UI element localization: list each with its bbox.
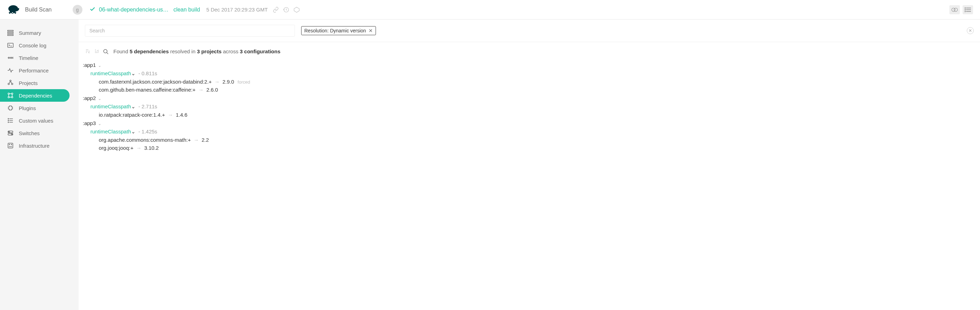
- search-icon[interactable]: [103, 49, 108, 54]
- svg-line-24: [10, 81, 12, 83]
- dependency-row[interactable]: com.fasterxml.jackson.core:jackson-datab…: [99, 78, 976, 86]
- svg-rect-13: [8, 43, 13, 47]
- build-tasks[interactable]: clean build: [173, 6, 200, 13]
- summary-icon: [7, 29, 14, 36]
- svg-point-20: [10, 80, 11, 81]
- arrow-icon: →: [168, 112, 173, 118]
- search-bar: Resolution: Dynamic version✕ ✕: [79, 19, 980, 42]
- svg-marker-1: [294, 7, 299, 12]
- sort-asc-icon[interactable]: [94, 49, 99, 54]
- dependencies-icon: [7, 92, 14, 99]
- header: Build Scan g 06-what-dependencies-us… cl…: [0, 0, 980, 19]
- filter-remove-icon[interactable]: ✕: [369, 28, 373, 34]
- svg-point-40: [9, 131, 10, 133]
- nav-label: Projects: [19, 80, 38, 86]
- history-icon[interactable]: [283, 6, 290, 13]
- nav-label: Console log: [19, 43, 46, 48]
- brand-title: Build Scan: [25, 6, 52, 13]
- svg-point-21: [8, 83, 10, 85]
- arrow-icon: →: [136, 145, 142, 151]
- config-time: - 0.811s: [138, 70, 157, 76]
- search-input[interactable]: [85, 25, 295, 37]
- project-row[interactable]: :app2⌄: [83, 94, 976, 102]
- success-check-icon: [89, 6, 95, 13]
- dep-resolved: 2.2: [202, 137, 209, 143]
- sidebar-item-switches[interactable]: Switches: [0, 127, 79, 139]
- config-name: runtimeClasspath: [91, 70, 131, 76]
- console-icon: [7, 42, 14, 49]
- sidebar-item-infra[interactable]: Infrastructure: [0, 139, 79, 152]
- project-row[interactable]: :app3⌄: [83, 119, 976, 128]
- svg-point-33: [8, 118, 9, 119]
- main-content: Resolution: Dynamic version✕ ✕ Found 5 d…: [79, 19, 980, 310]
- svg-rect-12: [8, 35, 13, 35]
- config-time: - 1.425s: [138, 128, 157, 134]
- svg-point-25: [8, 93, 10, 94]
- compare-button[interactable]: [950, 5, 960, 14]
- svg-point-0: [8, 5, 18, 12]
- dep-resolved: 2.9.0: [223, 79, 234, 85]
- dependency-row[interactable]: com.github.ben-manes.caffeine:caffeine:+…: [99, 86, 976, 94]
- svg-rect-43: [8, 143, 13, 148]
- filter-chip-resolution[interactable]: Resolution: Dynamic version✕: [301, 26, 376, 35]
- svg-line-54: [107, 53, 108, 54]
- project-row[interactable]: :app1⌄: [83, 61, 976, 69]
- sidebar-item-custom[interactable]: Custom values: [0, 114, 79, 127]
- sidebar: Summary Console log Timeline Performance…: [0, 19, 79, 310]
- nav-label: Performance: [19, 67, 49, 74]
- dep-requested: org.apache.commons:commons-math:+: [99, 137, 191, 143]
- dep-requested: com.github.ben-manes.caffeine:caffeine:+: [99, 87, 196, 93]
- svg-point-28: [11, 96, 13, 98]
- plugins-icon: [7, 104, 14, 112]
- arrow-icon: →: [215, 79, 220, 85]
- sidebar-item-plugins[interactable]: Plugins: [0, 102, 79, 114]
- svg-point-27: [8, 96, 10, 98]
- clear-filters-button[interactable]: ✕: [967, 27, 974, 34]
- nav-label: Switches: [19, 130, 40, 136]
- sidebar-item-summary[interactable]: Summary: [0, 27, 79, 39]
- projects-icon: [7, 80, 14, 86]
- nav-label: Summary: [19, 30, 41, 36]
- sidebar-item-projects[interactable]: Projects: [0, 77, 79, 89]
- configuration-row[interactable]: runtimeClasspath⌄ - 1.425s: [91, 128, 976, 136]
- infrastructure-icon: [7, 142, 14, 149]
- project-name[interactable]: 06-what-dependencies-us…: [99, 6, 169, 13]
- results-toolbar: Found 5 dependencies resolved in 3 proje…: [79, 42, 980, 58]
- chevron-down-icon[interactable]: ⌄: [98, 121, 101, 126]
- sort-desc-icon[interactable]: [85, 49, 91, 54]
- chevron-down-icon[interactable]: ⌄: [131, 104, 136, 109]
- dependency-row[interactable]: io.ratpack:ratpack-core:1.4.+→1.4.6: [99, 111, 976, 119]
- performance-icon: [7, 67, 14, 74]
- configuration-row[interactable]: runtimeClasspath⌄ - 0.811s: [91, 69, 976, 78]
- dep-resolved: 3.10.2: [144, 145, 159, 151]
- user-avatar[interactable]: g: [73, 5, 83, 14]
- nav-label: Infrastructure: [19, 143, 49, 149]
- svg-point-3: [954, 8, 958, 11]
- chevron-down-icon[interactable]: ⌄: [131, 128, 136, 134]
- switches-icon: [7, 129, 14, 137]
- dep-requested: io.ratpack:ratpack-core:1.4.+: [99, 112, 165, 118]
- sidebar-item-console[interactable]: Console log: [0, 39, 79, 51]
- sidebar-item-dependencies[interactable]: Dependencies: [0, 89, 70, 102]
- nav-label: Custom values: [19, 118, 53, 124]
- sidebar-item-performance[interactable]: Performance: [0, 64, 79, 77]
- dependency-row[interactable]: org.apache.commons:commons-math:+→2.2: [99, 136, 976, 144]
- project-name: :app3: [83, 120, 96, 126]
- custom-values-icon: [7, 117, 14, 124]
- box-icon[interactable]: [294, 6, 300, 13]
- link-icon[interactable]: [273, 6, 279, 13]
- chevron-down-icon[interactable]: ⌄: [98, 63, 101, 67]
- timeline-icon: [7, 54, 14, 61]
- list-view-button[interactable]: [963, 5, 973, 14]
- chevron-down-icon[interactable]: ⌄: [98, 96, 101, 101]
- config-name: runtimeClasspath: [91, 128, 131, 134]
- sidebar-item-timeline[interactable]: Timeline: [0, 51, 79, 64]
- configuration-row[interactable]: runtimeClasspath⌄ - 2.711s: [91, 102, 976, 111]
- dependency-row[interactable]: org.jooq:jooq:+→3.10.2: [99, 144, 976, 152]
- arrow-icon: →: [194, 137, 199, 143]
- svg-point-45: [11, 144, 12, 145]
- config-time: - 2.711s: [138, 104, 157, 109]
- svg-point-9: [965, 11, 966, 12]
- chevron-down-icon[interactable]: ⌄: [131, 70, 136, 76]
- svg-point-7: [965, 8, 966, 8]
